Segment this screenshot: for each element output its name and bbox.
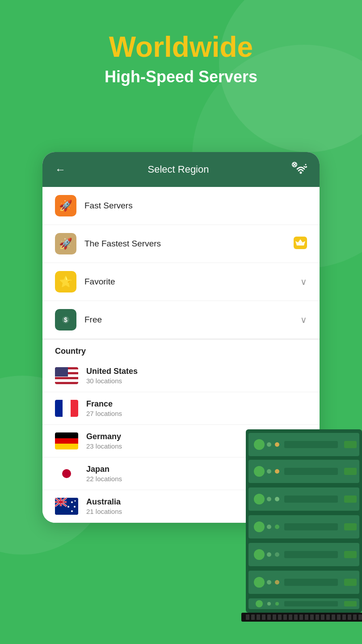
- svg-rect-79: [294, 614, 298, 620]
- svg-point-4: [305, 164, 306, 165]
- svg-rect-43: [284, 496, 338, 503]
- menu-list: 🚀 Fast Servers 🚀 The Fastest Servers ⭐ F…: [42, 187, 320, 339]
- svg-rect-44: [344, 496, 357, 503]
- svg-rect-85: [326, 614, 330, 620]
- svg-point-40: [254, 494, 265, 504]
- svg-point-5: [305, 166, 307, 168]
- svg-rect-38: [344, 468, 357, 475]
- svg-rect-87: [337, 614, 341, 620]
- server-rack-illustration: [241, 429, 362, 623]
- country-section-label: Country: [42, 339, 320, 360]
- svg-point-29: [267, 442, 271, 447]
- svg-rect-32: [344, 441, 357, 448]
- fast-servers-label: Fast Servers: [84, 201, 307, 211]
- country-info-fr: France 27 locations: [86, 399, 307, 417]
- svg-point-30: [275, 442, 279, 447]
- flag-jp: [55, 465, 78, 482]
- svg-rect-84: [321, 614, 324, 620]
- card-header: ← Select Region: [42, 152, 320, 187]
- svg-rect-70: [246, 614, 249, 620]
- svg-rect-86: [332, 614, 335, 620]
- menu-item-fast-servers[interactable]: 🚀 Fast Servers: [42, 187, 320, 225]
- svg-rect-68: [344, 601, 357, 606]
- country-item-fr[interactable]: France 27 locations: [42, 392, 320, 425]
- svg-point-21: [71, 501, 73, 503]
- fast-servers-icon: 🚀: [55, 195, 76, 216]
- country-name-us: United States: [86, 367, 307, 376]
- svg-rect-78: [289, 614, 292, 620]
- hero-title: Worldwide: [18, 31, 344, 63]
- svg-point-52: [254, 549, 265, 560]
- favorite-label: Favorite: [84, 277, 300, 287]
- svg-rect-56: [344, 551, 357, 558]
- free-chevron-icon: ∨: [300, 314, 307, 325]
- svg-point-42: [275, 497, 279, 501]
- svg-rect-83: [316, 614, 319, 620]
- svg-point-54: [275, 552, 279, 557]
- svg-rect-74: [267, 614, 271, 620]
- svg-rect-76: [278, 614, 282, 620]
- svg-point-60: [275, 580, 279, 585]
- svg-rect-61: [284, 579, 338, 586]
- flag-de: [55, 432, 78, 449]
- svg-point-22: [74, 506, 76, 508]
- free-label: Free: [84, 315, 300, 325]
- flag-us: [55, 367, 78, 384]
- svg-point-65: [267, 602, 271, 606]
- svg-rect-73: [262, 614, 265, 620]
- svg-text:$: $: [64, 316, 67, 323]
- svg-rect-90: [353, 614, 357, 620]
- header-title: Select Region: [148, 164, 209, 175]
- svg-point-28: [254, 439, 265, 450]
- svg-point-47: [267, 525, 271, 529]
- svg-point-36: [275, 469, 279, 474]
- back-button[interactable]: ←: [55, 163, 66, 176]
- svg-point-25: [75, 500, 76, 502]
- favorite-icon: ⭐: [55, 271, 76, 292]
- flag-de-red: [55, 438, 78, 444]
- svg-point-23: [71, 510, 73, 512]
- svg-point-48: [275, 525, 279, 529]
- country-locations-fr: 27 locations: [86, 410, 307, 417]
- svg-point-64: [256, 600, 263, 607]
- svg-rect-75: [273, 614, 276, 620]
- svg-rect-49: [284, 523, 338, 530]
- country-item-us[interactable]: United States 30 locations: [42, 360, 320, 392]
- menu-item-favorite[interactable]: ⭐ Favorite ∨: [42, 263, 320, 301]
- free-icon: $: [55, 309, 76, 330]
- svg-rect-31: [284, 441, 338, 448]
- flag-au: [55, 498, 78, 515]
- svg-rect-62: [344, 579, 357, 586]
- svg-rect-67: [284, 601, 338, 606]
- hero-section: Worldwide High-Speed Servers: [0, 0, 362, 105]
- svg-rect-37: [284, 468, 338, 475]
- svg-rect-71: [251, 614, 255, 620]
- flag-de-black: [55, 432, 78, 438]
- svg-rect-72: [257, 614, 260, 620]
- svg-rect-55: [284, 551, 338, 558]
- svg-point-66: [275, 602, 279, 606]
- svg-rect-77: [283, 614, 287, 620]
- svg-point-34: [254, 466, 265, 477]
- flag-fr-red: [71, 400, 78, 417]
- svg-point-41: [267, 497, 271, 501]
- fastest-servers-icon: 🚀: [55, 233, 76, 254]
- svg-point-46: [254, 521, 265, 532]
- country-locations-us: 30 locations: [86, 377, 307, 385]
- flag-fr: [55, 400, 78, 417]
- svg-point-24: [67, 506, 69, 508]
- svg-rect-82: [310, 614, 314, 620]
- fastest-servers-label: The Fastest Servers: [84, 239, 294, 249]
- flag-fr-blue: [55, 400, 63, 417]
- menu-item-free[interactable]: $ Free ∨: [42, 301, 320, 339]
- svg-rect-50: [344, 523, 357, 530]
- svg-point-59: [267, 580, 271, 585]
- flag-fr-white: [63, 400, 70, 417]
- menu-item-fastest-servers[interactable]: 🚀 The Fastest Servers: [42, 225, 320, 263]
- svg-point-35: [267, 469, 271, 474]
- svg-rect-80: [299, 614, 303, 620]
- svg-point-53: [267, 552, 271, 557]
- svg-rect-89: [348, 614, 351, 620]
- country-info-us: United States 30 locations: [86, 367, 307, 385]
- hero-subtitle: High-Speed Servers: [18, 67, 344, 86]
